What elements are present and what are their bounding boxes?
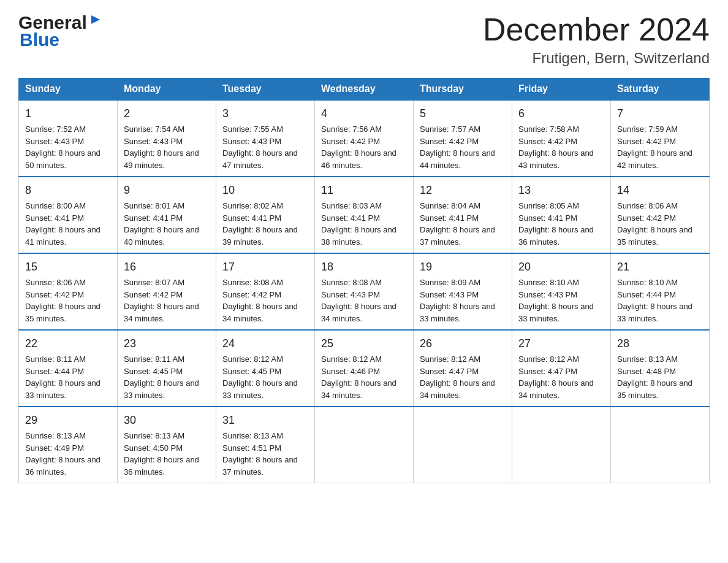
day-info: Sunrise: 7:55 AMSunset: 4:43 PMDaylight:…: [222, 124, 298, 170]
header-tuesday: Tuesday: [216, 79, 315, 101]
day-info: Sunrise: 7:52 AMSunset: 4:43 PMDaylight:…: [25, 124, 100, 170]
table-row: 16 Sunrise: 8:07 AMSunset: 4:42 PMDaylig…: [118, 253, 216, 330]
header-sunday: Sunday: [19, 79, 118, 101]
table-row: 17 Sunrise: 8:08 AMSunset: 4:42 PMDaylig…: [216, 253, 315, 330]
day-info: Sunrise: 7:54 AMSunset: 4:43 PMDaylight:…: [124, 124, 199, 170]
day-number: 24: [222, 335, 308, 352]
table-row: 11 Sunrise: 8:03 AMSunset: 4:41 PMDaylig…: [315, 177, 414, 253]
day-info: Sunrise: 8:11 AMSunset: 4:45 PMDaylight:…: [124, 354, 199, 400]
header-saturday: Saturday: [611, 79, 710, 101]
day-number: 2: [124, 105, 210, 122]
day-info: Sunrise: 8:01 AMSunset: 4:41 PMDaylight:…: [124, 201, 199, 247]
calendar-week-row: 15 Sunrise: 8:06 AMSunset: 4:42 PMDaylig…: [19, 253, 710, 330]
table-row: [512, 407, 611, 483]
table-row: [611, 407, 710, 483]
table-row: 22 Sunrise: 8:11 AMSunset: 4:44 PMDaylig…: [19, 330, 118, 407]
day-info: Sunrise: 8:12 AMSunset: 4:47 PMDaylight:…: [518, 354, 594, 400]
table-row: [315, 407, 414, 483]
location-title: Frutigen, Bern, Switzerland: [483, 50, 710, 67]
logo: General Blue: [18, 12, 102, 50]
day-info: Sunrise: 8:10 AMSunset: 4:44 PMDaylight:…: [617, 278, 692, 323]
day-number: 27: [518, 335, 604, 352]
day-info: Sunrise: 8:04 AMSunset: 4:41 PMDaylight:…: [420, 201, 495, 247]
day-number: 18: [321, 259, 407, 275]
table-row: 4 Sunrise: 7:56 AMSunset: 4:42 PMDayligh…: [315, 100, 414, 177]
table-row: 15 Sunrise: 8:06 AMSunset: 4:42 PMDaylig…: [19, 253, 118, 330]
day-info: Sunrise: 8:06 AMSunset: 4:42 PMDaylight:…: [617, 201, 692, 247]
day-info: Sunrise: 7:58 AMSunset: 4:42 PMDaylight:…: [518, 124, 594, 170]
day-info: Sunrise: 8:10 AMSunset: 4:43 PMDaylight:…: [518, 278, 594, 323]
day-number: 11: [321, 182, 407, 199]
day-number: 16: [124, 259, 210, 275]
calendar-header-row: Sunday Monday Tuesday Wednesday Thursday…: [19, 79, 710, 101]
day-number: 20: [518, 259, 604, 275]
table-row: 21 Sunrise: 8:10 AMSunset: 4:44 PMDaylig…: [611, 253, 710, 330]
calendar-week-row: 22 Sunrise: 8:11 AMSunset: 4:44 PMDaylig…: [19, 330, 710, 407]
header-thursday: Thursday: [414, 79, 512, 101]
table-row: 20 Sunrise: 8:10 AMSunset: 4:43 PMDaylig…: [512, 253, 611, 330]
calendar-title-area: December 2024 Frutigen, Bern, Switzerlan…: [483, 12, 710, 67]
day-number: 23: [124, 335, 210, 352]
day-number: 22: [25, 335, 111, 352]
table-row: [414, 407, 512, 483]
table-row: 14 Sunrise: 8:06 AMSunset: 4:42 PMDaylig…: [611, 177, 710, 253]
table-row: 10 Sunrise: 8:02 AMSunset: 4:41 PMDaylig…: [216, 177, 315, 253]
table-row: 12 Sunrise: 8:04 AMSunset: 4:41 PMDaylig…: [414, 177, 512, 253]
table-row: 30 Sunrise: 8:13 AMSunset: 4:50 PMDaylig…: [118, 407, 216, 483]
day-number: 3: [222, 105, 308, 122]
day-info: Sunrise: 8:13 AMSunset: 4:50 PMDaylight:…: [124, 431, 199, 477]
day-number: 19: [420, 259, 506, 275]
day-info: Sunrise: 8:03 AMSunset: 4:41 PMDaylight:…: [321, 201, 396, 247]
day-number: 15: [25, 259, 111, 275]
day-info: Sunrise: 8:11 AMSunset: 4:44 PMDaylight:…: [25, 354, 100, 400]
day-info: Sunrise: 8:13 AMSunset: 4:51 PMDaylight:…: [222, 431, 298, 477]
day-info: Sunrise: 8:05 AMSunset: 4:41 PMDaylight:…: [518, 201, 594, 247]
day-number: 29: [25, 412, 111, 429]
table-row: 5 Sunrise: 7:57 AMSunset: 4:42 PMDayligh…: [414, 100, 512, 177]
day-number: 9: [124, 182, 210, 199]
day-number: 7: [617, 105, 703, 122]
day-info: Sunrise: 8:13 AMSunset: 4:48 PMDaylight:…: [617, 354, 692, 400]
day-info: Sunrise: 8:12 AMSunset: 4:45 PMDaylight:…: [222, 354, 298, 400]
table-row: 3 Sunrise: 7:55 AMSunset: 4:43 PMDayligh…: [216, 100, 315, 177]
day-number: 28: [617, 335, 703, 352]
day-number: 8: [25, 182, 111, 199]
table-row: 2 Sunrise: 7:54 AMSunset: 4:43 PMDayligh…: [118, 100, 216, 177]
day-number: 25: [321, 335, 407, 352]
table-row: 13 Sunrise: 8:05 AMSunset: 4:41 PMDaylig…: [512, 177, 611, 253]
calendar-week-row: 29 Sunrise: 8:13 AMSunset: 4:49 PMDaylig…: [19, 407, 710, 483]
calendar-table: Sunday Monday Tuesday Wednesday Thursday…: [18, 78, 710, 483]
table-row: 7 Sunrise: 7:59 AMSunset: 4:42 PMDayligh…: [611, 100, 710, 177]
logo-arrow-icon: [89, 13, 102, 29]
table-row: 1 Sunrise: 7:52 AMSunset: 4:43 PMDayligh…: [19, 100, 118, 177]
day-info: Sunrise: 7:56 AMSunset: 4:42 PMDaylight:…: [321, 124, 396, 170]
day-number: 21: [617, 259, 703, 275]
header-wednesday: Wednesday: [315, 79, 414, 101]
day-info: Sunrise: 8:08 AMSunset: 4:42 PMDaylight:…: [222, 278, 298, 323]
day-number: 14: [617, 182, 703, 199]
table-row: 27 Sunrise: 8:12 AMSunset: 4:47 PMDaylig…: [512, 330, 611, 407]
day-info: Sunrise: 8:12 AMSunset: 4:47 PMDaylight:…: [420, 354, 495, 400]
table-row: 8 Sunrise: 8:00 AMSunset: 4:41 PMDayligh…: [19, 177, 118, 253]
day-info: Sunrise: 8:12 AMSunset: 4:46 PMDaylight:…: [321, 354, 396, 400]
header-monday: Monday: [118, 79, 216, 101]
table-row: 31 Sunrise: 8:13 AMSunset: 4:51 PMDaylig…: [216, 407, 315, 483]
calendar-week-row: 8 Sunrise: 8:00 AMSunset: 4:41 PMDayligh…: [19, 177, 710, 253]
day-number: 6: [518, 105, 604, 122]
day-number: 12: [420, 182, 506, 199]
table-row: 29 Sunrise: 8:13 AMSunset: 4:49 PMDaylig…: [19, 407, 118, 483]
day-number: 31: [222, 412, 308, 429]
day-info: Sunrise: 8:09 AMSunset: 4:43 PMDaylight:…: [420, 278, 495, 323]
day-info: Sunrise: 8:00 AMSunset: 4:41 PMDaylight:…: [25, 201, 100, 247]
header-friday: Friday: [512, 79, 611, 101]
table-row: 6 Sunrise: 7:58 AMSunset: 4:42 PMDayligh…: [512, 100, 611, 177]
day-info: Sunrise: 8:02 AMSunset: 4:41 PMDaylight:…: [222, 201, 298, 247]
month-title: December 2024: [483, 12, 710, 47]
day-number: 5: [420, 105, 506, 122]
calendar-week-row: 1 Sunrise: 7:52 AMSunset: 4:43 PMDayligh…: [19, 100, 710, 177]
logo-blue-text: Blue: [20, 29, 102, 50]
table-row: 18 Sunrise: 8:08 AMSunset: 4:43 PMDaylig…: [315, 253, 414, 330]
table-row: 24 Sunrise: 8:12 AMSunset: 4:45 PMDaylig…: [216, 330, 315, 407]
day-number: 17: [222, 259, 308, 275]
page-header: General Blue December 2024 Frutigen, Ber…: [18, 12, 710, 67]
